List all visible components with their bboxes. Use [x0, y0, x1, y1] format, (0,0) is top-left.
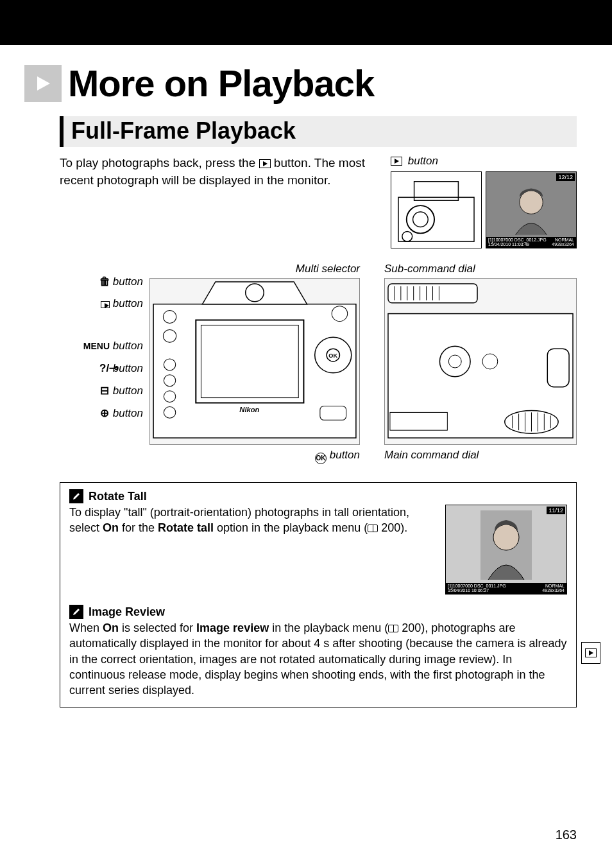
tip-text: To display "tall" (portrait-orientation)…: [69, 505, 436, 595]
label-playback-button: button: [60, 297, 143, 310]
playback-button-icon: [259, 159, 271, 168]
svg-point-3: [407, 205, 434, 233]
manual-reference-icon: [388, 625, 398, 632]
svg-point-5: [402, 231, 412, 241]
pencil-note-icon: [69, 489, 83, 503]
svg-point-10: [246, 284, 264, 302]
svg-rect-44: [547, 349, 569, 387]
label-menu-button: MENU button: [60, 340, 143, 352]
label-ok-button: OK button: [149, 449, 360, 464]
rotate-tall-illustration: 11/12 [1]10007000 DSC_0011.JPG15/04/2010…: [445, 505, 567, 595]
fig-label-text: button: [405, 155, 438, 167]
svg-point-15: [164, 375, 175, 386]
tip-text: When On is selected for Image review in …: [69, 620, 567, 698]
svg-point-4: [413, 212, 429, 227]
playback-section-tab: [581, 642, 600, 664]
chapter-heading: More on Playback: [24, 62, 577, 105]
chapter-title: More on Playback: [68, 62, 374, 105]
figure-label-playback-button: button: [391, 155, 577, 168]
page-number: 163: [556, 828, 577, 842]
tip-title: Image Review: [89, 605, 165, 619]
svg-point-6: [520, 191, 543, 214]
playback-icon: [24, 65, 62, 102]
pencil-note-icon: [69, 605, 83, 619]
label-zoom-button: ⊕ button: [60, 406, 143, 420]
svg-rect-1: [398, 197, 474, 241]
playback-preview-illustration: 12/12 [1]10007000 DSC_0012.JPG15/04/2010…: [486, 171, 577, 248]
label-sub-command-dial: Sub-command dial: [384, 263, 577, 275]
svg-point-19: [163, 329, 176, 342]
svg-point-47: [493, 525, 519, 550]
svg-point-34: [448, 355, 461, 368]
svg-rect-45: [390, 412, 447, 430]
button-label-list: 🗑 button button MENU button ?/⊸ button ⊟…: [60, 275, 143, 429]
intro-text-pre: To play photographs back, press the: [60, 156, 259, 169]
top-black-bar: [0, 0, 612, 45]
section-title: Full-Frame Playback: [71, 117, 570, 144]
manual-reference-icon: [368, 525, 378, 532]
tip-box-rotate-tall: Rotate Tall To display "tall" (portrait-…: [60, 482, 577, 707]
camera-top-illustration: [384, 278, 577, 445]
section-heading-bar: Full-Frame Playback: [60, 116, 577, 147]
label-thumbnail-button: ⊟ button: [60, 384, 143, 397]
label-delete-button: 🗑 button: [60, 275, 143, 288]
svg-rect-22: [320, 406, 346, 420]
svg-rect-8: [196, 320, 303, 403]
photo-counter: 11/12: [547, 507, 565, 514]
svg-point-18: [163, 311, 176, 324]
photo-info-strip: [1]10007000 DSC_0012.JPG15/04/2010 11:03…: [486, 237, 576, 248]
photo-info-strip: [1]10007000 DSC_0011.JPG15/04/2010 10:06…: [446, 583, 566, 594]
svg-point-17: [164, 406, 175, 418]
label-multi-selector: Multi selector: [60, 263, 360, 275]
svg-point-14: [164, 359, 175, 370]
label-help-button: ?/⊸ button: [60, 361, 143, 375]
svg-point-35: [482, 354, 498, 369]
label-main-command-dial: Main command dial: [384, 449, 577, 462]
camera-back-illustration: OK Nikon: [149, 278, 360, 445]
camera-side-illustration: [391, 171, 482, 248]
svg-point-21: [332, 306, 347, 322]
playback-icon: [585, 648, 597, 657]
svg-text:OK: OK: [328, 352, 337, 359]
svg-text:Nikon: Nikon: [239, 406, 259, 414]
photo-counter: 12/12: [556, 173, 575, 181]
playback-button-icon: [391, 157, 402, 166]
svg-point-16: [164, 391, 175, 403]
svg-marker-0: [37, 76, 50, 91]
intro-paragraph: To play photographs back, press the butt…: [60, 155, 378, 248]
tip-title: Rotate Tall: [89, 490, 147, 503]
